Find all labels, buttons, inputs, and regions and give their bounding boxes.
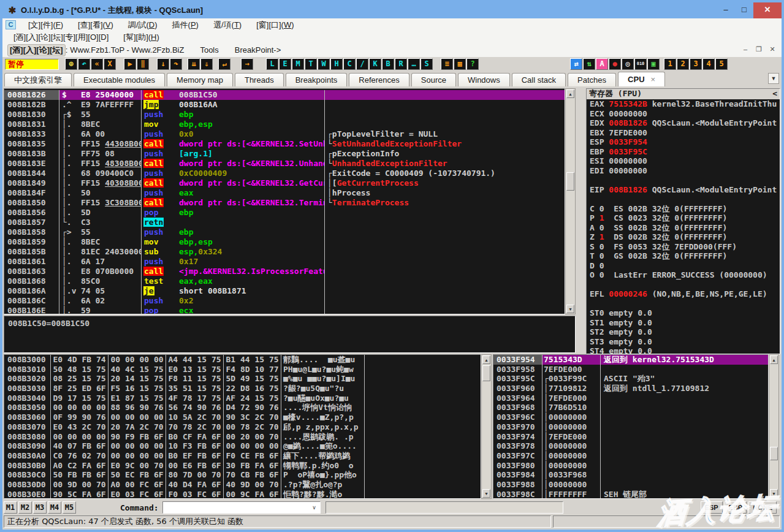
macro-button-m5[interactable]: M5: [63, 501, 76, 514]
scroll-up-icon[interactable]: ▲: [482, 355, 490, 364]
dump-row[interactable]: 008B3040D9 17 15 75E1 87 15 754F 78 17 7…: [4, 393, 481, 403]
view-cpu-button[interactable]: C: [343, 58, 356, 70]
binary-button[interactable]: 010: [634, 58, 647, 70]
scroll-up-icon[interactable]: ▲: [770, 355, 778, 364]
record-button[interactable]: ●: [609, 58, 621, 70]
bookmark-1-button[interactable]: 1: [664, 58, 676, 70]
register-line[interactable]: ST4 empty 0.0: [587, 346, 780, 354]
step-into-button[interactable]: ↓: [157, 58, 169, 70]
view-source-button[interactable]: S: [421, 58, 433, 70]
mdi-restore-icon[interactable]: ❐: [753, 45, 764, 55]
stack-row[interactable]: 0033F960│77109812返回到 ntdll_1.77109812: [493, 384, 768, 393]
disasm-row[interactable]: 008B1856│.5Dpopebp: [4, 208, 565, 218]
register-line[interactable]: ST2 empty 0.0: [587, 327, 780, 337]
stack-row[interactable]: 0033F978│00000000: [493, 441, 768, 451]
register-line[interactable]: EBP 0033F95C: [587, 147, 780, 157]
view-threads-button[interactable]: T: [305, 58, 317, 70]
swap-button[interactable]: ⇄: [570, 58, 582, 70]
updown-button[interactable]: ⇅: [583, 58, 595, 70]
scroll-up-icon[interactable]: ▲: [566, 89, 574, 98]
rewind-button[interactable]: «: [91, 58, 103, 70]
pause-button[interactable]: ‖: [137, 58, 149, 70]
register-line[interactable]: D 0: [587, 261, 780, 271]
disasm-row[interactable]: 008B1857└.C3retn: [4, 218, 565, 227]
tab-call-stack[interactable]: Call stack: [512, 73, 566, 86]
macro-button-m4[interactable]: M4: [48, 501, 61, 514]
tab-executable-modules[interactable]: Executable modules: [74, 73, 165, 86]
register-line[interactable]: ECX 00000000: [587, 109, 780, 119]
view-runtrace-button[interactable]: …: [408, 58, 420, 70]
sort-button[interactable]: ≡: [441, 58, 453, 70]
goto-button[interactable]: →: [241, 58, 253, 70]
tab-source[interactable]: Source: [411, 73, 456, 86]
disasm-row[interactable]: 008B1831│.8BECmovebp,esp: [4, 120, 565, 129]
dump-row[interactable]: 008B30B0A0 C2 FA 6FE0 9C 00 7000 E6 FB 6…: [4, 461, 481, 471]
register-line[interactable]: EAX 7515342B kernel32.BaseThreadInitThu: [587, 99, 780, 109]
register-line[interactable]: C 0 ES 002B 32位 0(FFFFFFFF): [587, 204, 780, 214]
stack-row[interactable]: 0033F95C┌0033F99CASCII "殆3": [493, 374, 768, 384]
disasm-row[interactable]: 008B183B│.FF75 08push[arg.1]┌pExceptionI…: [4, 149, 565, 159]
close-program-button[interactable]: X: [104, 58, 116, 70]
register-line[interactable]: ESI 00000000: [587, 156, 780, 166]
disasm-row[interactable]: 008B185B│.81EC 24030000subesp,0x324: [4, 247, 565, 257]
menu-item[interactable]: 調/試(D): [121, 18, 165, 31]
command-input[interactable]: ∨: [162, 501, 321, 514]
tools-menu[interactable]: Tools: [200, 45, 218, 55]
frame-button-esp[interactable]: ESP: [701, 501, 723, 514]
register-line[interactable]: P 1 CS 0023 32位 0(FFFFFFFF): [587, 213, 780, 223]
register-line[interactable]: A 0 SS 002B 32位 0(FFFFFFFF): [587, 223, 780, 233]
menu-item[interactable]: [酒][入][论][坛][专][用][O][D]: [6, 31, 116, 43]
frame-button-none[interactable]: NONE: [748, 501, 777, 514]
scroll-down-icon[interactable]: ▼: [482, 489, 490, 498]
tab-breakpoints[interactable]: Breakpoints: [286, 73, 348, 86]
register-line[interactable]: [587, 194, 780, 204]
maximize-icon[interactable]: □: [735, 2, 753, 18]
trace-into-button[interactable]: ⇊: [188, 58, 200, 70]
tab-中文搜索引擎[interactable]: 中文搜索引擎: [4, 73, 72, 86]
tab-memory-map[interactable]: Memory map: [167, 73, 233, 86]
dump-row[interactable]: 008B302008 25 15 7520 14 15 75F8 11 15 7…: [4, 374, 481, 384]
disasm-row[interactable]: 008B186A│.v74 05jeshort 008B1871: [4, 286, 565, 296]
disasm-row[interactable]: 008B1844│.68 090400C0push0xC0000409┌Exit…: [4, 169, 565, 178]
register-line[interactable]: EIP 008B1826 QQScLaun.<ModuleEntryPoint: [587, 185, 780, 195]
view-memory-button[interactable]: M: [292, 58, 304, 70]
dump-row[interactable]: 008B30D000 9D 00 70A0 00 FC 6F40 D4 FA 6…: [4, 480, 481, 490]
bookmark-2-button[interactable]: 2: [677, 58, 689, 70]
scroll-thumb[interactable]: [566, 172, 574, 191]
disasm-row[interactable]: 008B1835│.FF15 44308B00calldword ptr ds:…: [4, 139, 565, 149]
bookmark-4-button[interactable]: 4: [702, 58, 715, 70]
disasm-row[interactable]: 008B186C│.6A 02push0x2: [4, 296, 565, 306]
window-button[interactable]: ▣: [647, 58, 660, 70]
view-breakpoints-button[interactable]: B: [382, 58, 394, 70]
stack-row[interactable]: 0033F96C│00000000: [493, 412, 768, 422]
dump-row[interactable]: 008B3000E0 4D FB 7400 00 00 00A4 44 15 7…: [4, 355, 481, 365]
disasm-row[interactable]: 008B1849│.FF15 40308B00calldword ptr ds:…: [4, 178, 565, 188]
frame-button-ebp[interactable]: EBP: [725, 501, 747, 514]
macro-button-m3[interactable]: M3: [33, 501, 47, 514]
macro-button-m1[interactable]: M1: [4, 501, 17, 514]
disasm-row[interactable]: 008B184F│.50pusheax│hProcess: [4, 188, 565, 198]
stack-row[interactable]: 0033F97C│00000000: [493, 451, 768, 461]
disasm-row[interactable]: 008B186E│.59popecx: [4, 306, 565, 314]
dump-row[interactable]: 008B30A0C0 76 02 7000 00 00 00B0 EF FB 6…: [4, 451, 481, 461]
breakpoint-menu[interactable]: BreakPoint->: [235, 45, 281, 55]
child-window-icon[interactable]: C: [6, 20, 16, 29]
help-button[interactable]: ?: [466, 58, 479, 70]
macro-button-m2[interactable]: M2: [18, 501, 32, 514]
stack-row[interactable]: 0033F968│77B6D510: [493, 403, 768, 412]
tab-patches[interactable]: Patches: [568, 73, 616, 86]
disasm-row[interactable]: 008B182B.^E9 7AFEFFFFjmp008B16AA: [4, 100, 565, 110]
dump-scrollbar[interactable]: ▲ ▼: [481, 354, 492, 499]
view-executables-button[interactable]: E: [279, 58, 291, 70]
minimize-icon[interactable]: –: [717, 2, 735, 18]
register-line[interactable]: EFL 00000246 (NO,NB,E,BE,NS,PE,GE,LE): [587, 289, 780, 299]
register-line[interactable]: EDX 008B1826 QQScLaun.<ModuleEntryPoint: [587, 118, 780, 128]
tab-cpu[interactable]: CPU×: [618, 72, 665, 86]
close-icon[interactable]: ✕: [753, 2, 782, 18]
register-line[interactable]: ST1 empty 0.0: [587, 318, 780, 328]
run-button[interactable]: ▶: [124, 58, 136, 70]
trace-over-button[interactable]: ⇓: [200, 58, 213, 70]
view-log-button[interactable]: L: [266, 58, 278, 70]
bookmark-5-button[interactable]: 5: [715, 58, 728, 70]
disasm-row[interactable]: 008B1863│.E8 070B0000call<jmp.&KERNEL32.…: [4, 267, 565, 276]
